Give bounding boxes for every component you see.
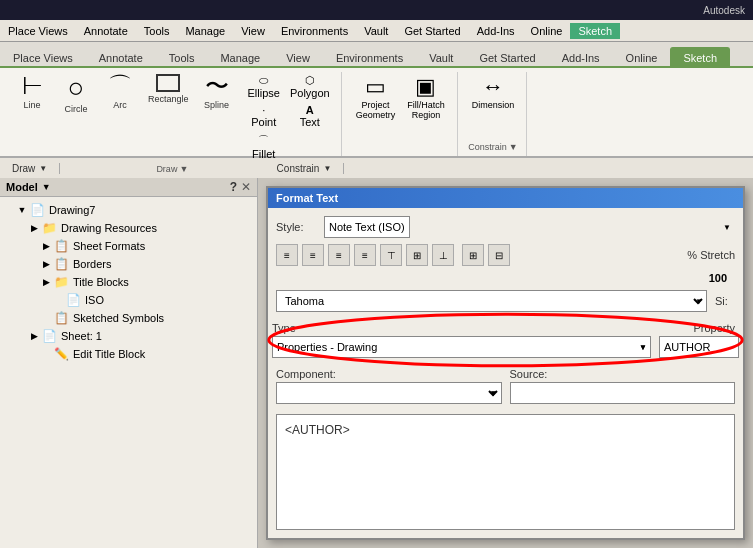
align-buttons: ≡ ≡ ≡ ≡ ⊤ ⊞ ⊥ ⊞ ⊟ — [276, 244, 510, 266]
sub-bar-draw[interactable]: Draw ▼ — [0, 163, 60, 174]
icon-drawing7: 📄 — [30, 203, 45, 217]
tab-get-started[interactable]: Get Started — [466, 47, 548, 68]
point-icon: · — [262, 104, 265, 116]
ribbon-btn-line[interactable]: ⊢ Line — [12, 72, 52, 112]
source-col: Source: — [510, 368, 736, 404]
panel-title-arrow: ▼ — [42, 182, 51, 192]
tab-environments[interactable]: Environments — [323, 47, 416, 68]
icon-sketched-symbols: 📋 — [54, 311, 69, 325]
special1-btn[interactable]: ⊞ — [462, 244, 484, 266]
align-right-btn[interactable]: ≡ — [328, 244, 350, 266]
icon-borders: 📋 — [54, 257, 69, 271]
ribbon-btn-spline[interactable]: 〜 Spline — [197, 72, 237, 112]
text-label: Text — [300, 116, 320, 128]
menu-add-ins[interactable]: Add-Ins — [469, 23, 523, 39]
ribbon-btn-fillet[interactable]: ⌒ Fillet — [245, 131, 283, 162]
source-input[interactable] — [510, 382, 736, 404]
expand-drawing7: ▼ — [16, 205, 28, 215]
menu-sketch[interactable]: Sketch — [570, 23, 620, 39]
stretch-label: % Stretch — [687, 249, 735, 261]
tree-item-sketched-symbols[interactable]: 📋 Sketched Symbols — [0, 309, 257, 327]
font-select-wrapper: Tahoma — [276, 290, 707, 312]
tree-item-iso[interactable]: 📄 ISO — [0, 291, 257, 309]
label-drawing-resources: Drawing Resources — [61, 222, 157, 234]
align-center-btn[interactable]: ≡ — [302, 244, 324, 266]
icon-drawing-resources: 📁 — [42, 221, 57, 235]
dialog-title-text: Format Text — [276, 192, 338, 204]
sub-bar-constrain[interactable]: Constrain ▼ — [265, 163, 345, 174]
tab-place-views[interactable]: Place Views — [0, 47, 86, 68]
component-select[interactable] — [276, 382, 502, 404]
spline-label: Spline — [204, 100, 229, 110]
menu-annotate[interactable]: Annotate — [76, 23, 136, 39]
constrain-group-label[interactable]: Constrain ▼ — [468, 140, 517, 156]
tree-item-borders[interactable]: ▶ 📋 Borders — [0, 255, 257, 273]
ribbon-btn-circle[interactable]: ○ Circle — [56, 72, 96, 116]
ribbon-btn-rectangle[interactable]: Rectangle — [144, 72, 193, 106]
stretch-value-row: 100 — [276, 272, 735, 284]
tab-annotate[interactable]: Annotate — [86, 47, 156, 68]
menu-place-views[interactable]: Place Views — [0, 23, 76, 39]
tree-item-drawing7[interactable]: ▼ 📄 Drawing7 — [0, 201, 257, 219]
menu-vault[interactable]: Vault — [356, 23, 396, 39]
tab-add-ins[interactable]: Add-Ins — [549, 47, 613, 68]
fillet-label: Fillet — [252, 148, 275, 160]
font-select[interactable]: Tahoma — [276, 290, 707, 312]
tab-manage[interactable]: Manage — [207, 47, 273, 68]
rectangle-label: Rectangle — [148, 94, 189, 104]
style-select[interactable]: Note Text (ISO) — [324, 216, 410, 238]
ribbon-btn-point[interactable]: · Point — [245, 102, 283, 130]
special2-btn[interactable]: ⊟ — [488, 244, 510, 266]
expand-borders: ▶ — [40, 259, 52, 269]
align-bottom-btn[interactable]: ⊥ — [432, 244, 454, 266]
tree-item-sheet1[interactable]: ▶ 📄 Sheet: 1 — [0, 327, 257, 345]
tab-online[interactable]: Online — [613, 47, 671, 68]
menu-online[interactable]: Online — [523, 23, 571, 39]
ribbon-group-constrain: ↔ Dimension Constrain ▼ — [460, 72, 528, 156]
ribbon-btn-text[interactable]: A Text — [287, 102, 333, 130]
tree-item-edit-title-block[interactable]: ✏️ Edit Title Block — [0, 345, 257, 363]
align-justify-btn[interactable]: ≡ — [354, 244, 376, 266]
ribbon-tabs: Place Views Annotate Tools Manage View E… — [0, 42, 753, 68]
component-label: Component: — [276, 368, 502, 380]
expand-sheet-formats: ▶ — [40, 241, 52, 251]
menu-manage[interactable]: Manage — [177, 23, 233, 39]
font-row: Tahoma Si: — [276, 290, 735, 312]
label-drawing7: Drawing7 — [49, 204, 95, 216]
dialog-title-bar: Format Text — [268, 188, 743, 208]
tab-view[interactable]: View — [273, 47, 323, 68]
panel-close-btn[interactable]: ✕ — [241, 180, 251, 194]
panel-help-btn[interactable]: ? — [230, 180, 237, 194]
tree-item-title-blocks[interactable]: ▶ 📁 Title Blocks — [0, 273, 257, 291]
source-label: Source: — [510, 368, 736, 380]
style-select-wrapper: Note Text (ISO) — [324, 216, 735, 238]
preview-text: <AUTHOR> — [285, 423, 350, 437]
ribbon-btn-project-geometry[interactable]: ▭ ProjectGeometry — [352, 72, 400, 122]
ribbon-btn-ellipse[interactable]: ⬭ Ellipse — [245, 72, 283, 101]
menu-view[interactable]: View — [233, 23, 273, 39]
left-panel: Model ▼ ? ✕ ▼ 📄 Drawing7 ▶ 📁 Drawing Res… — [0, 178, 258, 548]
sub-constrain-label: Constrain — [277, 163, 320, 174]
text-preview-area[interactable]: <AUTHOR> — [276, 414, 735, 530]
align-middle-btn[interactable]: ⊞ — [406, 244, 428, 266]
tree-area: ▼ 📄 Drawing7 ▶ 📁 Drawing Resources ▶ 📋 S… — [0, 197, 257, 548]
property-input[interactable] — [659, 336, 739, 358]
menu-get-started[interactable]: Get Started — [396, 23, 468, 39]
tab-sketch[interactable]: Sketch — [670, 47, 730, 68]
menu-tools[interactable]: Tools — [136, 23, 178, 39]
tree-item-sheet-formats[interactable]: ▶ 📋 Sheet Formats — [0, 237, 257, 255]
tab-tools[interactable]: Tools — [156, 47, 208, 68]
menu-environments[interactable]: Environments — [273, 23, 356, 39]
tab-vault[interactable]: Vault — [416, 47, 466, 68]
align-top-btn[interactable]: ⊤ — [380, 244, 402, 266]
ribbon-btn-fill-hatch[interactable]: ▣ Fill/HatchRegion — [403, 72, 449, 122]
fill-hatch-icon: ▣ — [415, 74, 436, 100]
align-left-btn[interactable]: ≡ — [276, 244, 298, 266]
tree-item-drawing-resources[interactable]: ▶ 📁 Drawing Resources — [0, 219, 257, 237]
ribbon-btn-polygon[interactable]: ⬡ Polygon — [287, 72, 333, 101]
draw-group-label[interactable]: Draw ▼ — [156, 162, 188, 178]
ribbon-btn-arc[interactable]: ⌒ Arc — [100, 72, 140, 112]
ribbon-btn-dimension[interactable]: ↔ Dimension — [468, 72, 519, 112]
type-select[interactable]: Properties - Drawing — [272, 336, 651, 358]
expand-sheet1: ▶ — [28, 331, 40, 341]
